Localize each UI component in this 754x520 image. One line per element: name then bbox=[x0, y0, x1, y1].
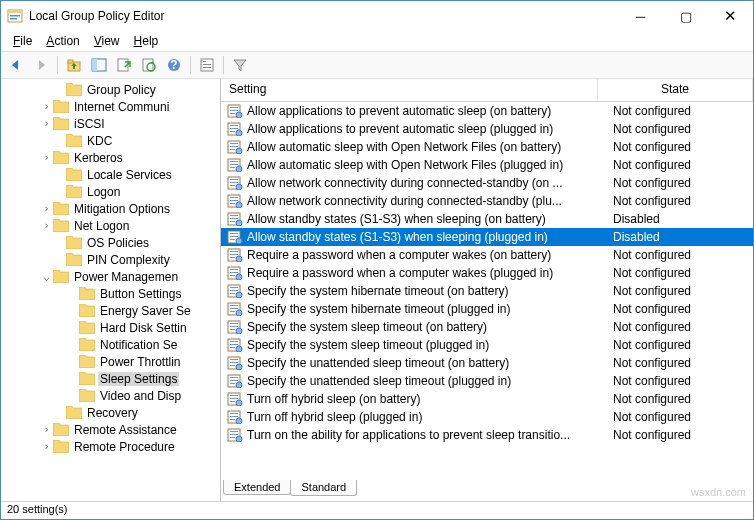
tree-item[interactable]: OS Policies bbox=[1, 234, 220, 251]
tree-item[interactable]: ⌄Power Managemen bbox=[1, 268, 220, 285]
tree-item[interactable]: Locale Services bbox=[1, 166, 220, 183]
policy-row[interactable]: Turn on the ability for applications to … bbox=[221, 426, 753, 444]
menu-action[interactable]: Action bbox=[40, 34, 85, 48]
policy-icon bbox=[227, 158, 243, 172]
forward-button[interactable] bbox=[30, 54, 52, 76]
policy-row[interactable]: Specify the unattended sleep timeout (pl… bbox=[221, 372, 753, 390]
folder-icon bbox=[66, 253, 82, 266]
refresh-button[interactable] bbox=[138, 54, 160, 76]
expand-icon[interactable]: › bbox=[40, 202, 53, 215]
policy-row[interactable]: Allow network connectivity during connec… bbox=[221, 192, 753, 210]
tree-item[interactable]: ›Remote Procedure bbox=[1, 438, 220, 455]
tree-item[interactable]: Group Policy bbox=[1, 81, 220, 98]
tree-item[interactable]: Sleep Settings bbox=[1, 370, 220, 387]
policy-row[interactable]: Require a password when a computer wakes… bbox=[221, 246, 753, 264]
tree-item-label: Energy Saver Se bbox=[98, 304, 193, 318]
tree-item[interactable]: ›Mitigation Options bbox=[1, 200, 220, 217]
svg-point-41 bbox=[236, 184, 242, 190]
tree-item[interactable]: ›iSCSI bbox=[1, 115, 220, 132]
menu-view[interactable]: View bbox=[88, 34, 126, 48]
policy-state: Not configured bbox=[613, 302, 753, 316]
policy-row[interactable]: Require a password when a computer wakes… bbox=[221, 264, 753, 282]
svg-point-31 bbox=[236, 148, 242, 154]
svg-rect-90 bbox=[230, 365, 235, 366]
svg-rect-2 bbox=[10, 15, 20, 17]
folder-icon bbox=[66, 83, 82, 96]
svg-point-56 bbox=[236, 238, 242, 244]
svg-rect-16 bbox=[203, 67, 211, 68]
policy-row[interactable]: Turn off hybrid sleep (plugged in)Not co… bbox=[221, 408, 753, 426]
tree-pane[interactable]: Group Policy›Internet Communi›iSCSIKDC›K… bbox=[1, 79, 221, 501]
tree-item[interactable]: Recovery bbox=[1, 404, 220, 421]
tree-item-label: Hard Disk Settin bbox=[98, 321, 189, 335]
tree-item[interactable]: Hard Disk Settin bbox=[1, 319, 220, 336]
minimize-button[interactable]: ─ bbox=[618, 1, 663, 31]
svg-point-101 bbox=[236, 400, 242, 406]
folder-icon bbox=[53, 440, 69, 453]
policy-row[interactable]: Allow automatic sleep with Open Network … bbox=[221, 156, 753, 174]
properties-button[interactable] bbox=[196, 54, 218, 76]
tree-item[interactable]: Video and Disp bbox=[1, 387, 220, 404]
maximize-button[interactable]: ▢ bbox=[663, 1, 708, 31]
expand-icon[interactable]: › bbox=[40, 151, 53, 164]
tree-item[interactable]: PIN Complexity bbox=[1, 251, 220, 268]
tab-standard[interactable]: Standard bbox=[290, 480, 357, 496]
expand-icon[interactable]: › bbox=[40, 117, 53, 130]
tree-item[interactable]: Logon bbox=[1, 183, 220, 200]
expand-icon[interactable]: › bbox=[40, 440, 53, 453]
collapse-icon[interactable]: ⌄ bbox=[40, 270, 53, 283]
tree-item[interactable]: Energy Saver Se bbox=[1, 302, 220, 319]
policy-row[interactable]: Allow network connectivity during connec… bbox=[221, 174, 753, 192]
tree-item[interactable]: KDC bbox=[1, 132, 220, 149]
column-state[interactable]: State bbox=[598, 79, 753, 101]
policy-icon bbox=[227, 356, 243, 370]
up-button[interactable] bbox=[63, 54, 85, 76]
export-list-button[interactable] bbox=[113, 54, 135, 76]
tree-item-label: Kerberos bbox=[72, 151, 125, 165]
show-hide-tree-button[interactable] bbox=[88, 54, 110, 76]
tab-extended[interactable]: Extended bbox=[223, 480, 291, 495]
policy-row[interactable]: Allow automatic sleep with Open Network … bbox=[221, 138, 753, 156]
tree-item[interactable]: Power Throttlin bbox=[1, 353, 220, 370]
tree-item[interactable]: Notification Se bbox=[1, 336, 220, 353]
policy-row[interactable]: Turn off hybrid sleep (on battery)Not co… bbox=[221, 390, 753, 408]
back-button[interactable] bbox=[5, 54, 27, 76]
tree-item[interactable]: ›Net Logon bbox=[1, 217, 220, 234]
expand-icon[interactable]: › bbox=[40, 423, 53, 436]
policy-state: Disabled bbox=[613, 230, 753, 244]
policy-row[interactable]: Specify the system hibernate timeout (pl… bbox=[221, 300, 753, 318]
svg-rect-1 bbox=[8, 10, 22, 13]
menu-help[interactable]: Help bbox=[128, 34, 165, 48]
expand-icon[interactable]: › bbox=[40, 219, 53, 232]
policy-row[interactable]: Allow applications to prevent automatic … bbox=[221, 102, 753, 120]
policy-row[interactable]: Specify the system sleep timeout (plugge… bbox=[221, 336, 753, 354]
policy-row[interactable]: Allow standby states (S1-S3) when sleepi… bbox=[221, 228, 753, 246]
svg-rect-24 bbox=[230, 128, 238, 129]
tree-item-label: Group Policy bbox=[85, 83, 158, 97]
svg-point-21 bbox=[236, 112, 242, 118]
filter-button[interactable] bbox=[229, 54, 251, 76]
list-body[interactable]: Allow applications to prevent automatic … bbox=[221, 102, 753, 479]
tree-item[interactable]: Button Settings bbox=[1, 285, 220, 302]
expand-icon[interactable]: › bbox=[40, 100, 53, 113]
policy-row[interactable]: Specify the system sleep timeout (on bat… bbox=[221, 318, 753, 336]
tree-item[interactable]: ›Internet Communi bbox=[1, 98, 220, 115]
folder-icon bbox=[66, 236, 82, 249]
policy-row[interactable]: Specify the system hibernate timeout (on… bbox=[221, 282, 753, 300]
policy-row[interactable]: Allow applications to prevent automatic … bbox=[221, 120, 753, 138]
tree-item[interactable]: ›Remote Assistance bbox=[1, 421, 220, 438]
policy-row[interactable]: Allow standby states (S1-S3) when sleepi… bbox=[221, 210, 753, 228]
svg-rect-95 bbox=[230, 383, 235, 384]
help-button[interactable]: ? bbox=[163, 54, 185, 76]
column-setting[interactable]: Setting bbox=[221, 79, 598, 101]
svg-rect-30 bbox=[230, 149, 235, 150]
close-button[interactable]: ✕ bbox=[708, 1, 753, 31]
svg-rect-7 bbox=[92, 59, 97, 71]
tree-item[interactable]: ›Kerberos bbox=[1, 149, 220, 166]
policy-icon bbox=[227, 122, 243, 136]
svg-rect-70 bbox=[230, 293, 235, 294]
policy-row[interactable]: Specify the unattended sleep timeout (on… bbox=[221, 354, 753, 372]
policy-icon bbox=[227, 248, 243, 262]
folder-icon bbox=[79, 287, 95, 300]
menu-file[interactable]: File bbox=[7, 34, 38, 48]
